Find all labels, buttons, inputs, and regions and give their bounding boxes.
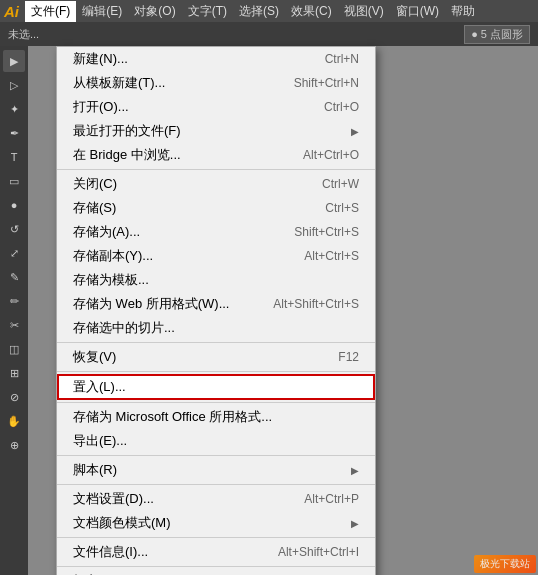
menu-item[interactable]: 恢复(V)F12 xyxy=(57,345,375,369)
menu-item[interactable]: 从模板新建(T)...Shift+Ctrl+N xyxy=(57,71,375,95)
menu-item-label: 恢复(V) xyxy=(73,348,318,366)
menu-item-label: 存储(S) xyxy=(73,199,305,217)
toolbar-bar: 未选... ● 5 点圆形 xyxy=(0,22,538,46)
menu-file[interactable]: 文件(F) xyxy=(25,1,76,22)
menu-item[interactable]: 文档颜色模式(M)▶ xyxy=(57,511,375,535)
menu-separator xyxy=(57,537,375,538)
menu-item-shortcut: Alt+Shift+Ctrl+I xyxy=(278,545,359,559)
tool-pencil[interactable]: ✏ xyxy=(3,290,25,312)
file-dropdown-menu: 新建(N)...Ctrl+N从模板新建(T)...Shift+Ctrl+N打开(… xyxy=(56,46,376,575)
menu-item-shortcut: Shift+Ctrl+S xyxy=(294,225,359,239)
menu-item-label: 打开(O)... xyxy=(73,98,304,116)
menu-object[interactable]: 对象(O) xyxy=(128,1,181,22)
menu-separator xyxy=(57,169,375,170)
menu-item-label: 新建(N)... xyxy=(73,50,305,68)
menu-item-label: 导出(E)... xyxy=(73,432,359,450)
tool-scissors[interactable]: ✂ xyxy=(3,314,25,336)
menu-item[interactable]: 在 Bridge 中浏览...Alt+Ctrl+O xyxy=(57,143,375,167)
menu-bar: Ai 文件(F) 编辑(E) 对象(O) 文字(T) 选择(S) 效果(C) 视… xyxy=(0,0,538,22)
menu-item[interactable]: 存储为 Microsoft Office 所用格式... xyxy=(57,405,375,429)
menu-item[interactable]: 存储(S)Ctrl+S xyxy=(57,196,375,220)
tool-pen[interactable]: ✒ xyxy=(3,122,25,144)
menu-item-shortcut: Ctrl+W xyxy=(322,177,359,191)
menu-item-label: 关闭(C) xyxy=(73,175,302,193)
menu-item-shortcut: Shift+Ctrl+N xyxy=(294,76,359,90)
canvas-area: 新建(N)...Ctrl+N从模板新建(T)...Shift+Ctrl+N打开(… xyxy=(28,46,538,575)
menu-item-shortcut: Alt+Ctrl+S xyxy=(304,249,359,263)
menu-separator xyxy=(57,455,375,456)
menu-item[interactable]: 关闭(C)Ctrl+W xyxy=(57,172,375,196)
menu-select[interactable]: 选择(S) xyxy=(233,1,285,22)
menu-item-label: 文档颜色模式(M) xyxy=(73,514,347,532)
menu-item-shortcut: Ctrl+S xyxy=(325,201,359,215)
menu-separator xyxy=(57,371,375,372)
submenu-arrow-icon: ▶ xyxy=(351,465,359,476)
menu-item[interactable]: 存储为 Web 所用格式(W)...Alt+Shift+Ctrl+S xyxy=(57,292,375,316)
menu-item-shortcut: Alt+Shift+Ctrl+S xyxy=(273,297,359,311)
menu-item-label: 存储为 Microsoft Office 所用格式... xyxy=(73,408,359,426)
watermark: 极光下载站 xyxy=(474,555,536,573)
submenu-arrow-icon: ▶ xyxy=(351,518,359,529)
menu-item[interactable]: 新建(N)...Ctrl+N xyxy=(57,47,375,71)
menu-item[interactable]: 最近打开的文件(F)▶ xyxy=(57,119,375,143)
tool-mesh[interactable]: ⊞ xyxy=(3,362,25,384)
menu-separator xyxy=(57,342,375,343)
menu-item-label: 文件信息(I)... xyxy=(73,543,258,561)
tool-scale[interactable]: ⤢ xyxy=(3,242,25,264)
tool-paintbrush[interactable]: ✎ xyxy=(3,266,25,288)
menu-item-shortcut: F12 xyxy=(338,350,359,364)
menu-item-shortcut: Alt+Ctrl+P xyxy=(304,492,359,506)
menu-edit[interactable]: 编辑(E) xyxy=(76,1,128,22)
tool-rotate[interactable]: ↺ xyxy=(3,218,25,240)
brush-preset[interactable]: ● 5 点圆形 xyxy=(464,25,530,44)
tool-eyedropper[interactable]: ⊘ xyxy=(3,386,25,408)
menu-item[interactable]: 导出(E)... xyxy=(57,429,375,453)
tool-zoom[interactable]: ⊕ xyxy=(3,434,25,456)
submenu-arrow-icon: ▶ xyxy=(351,126,359,137)
menu-window[interactable]: 窗口(W) xyxy=(390,1,445,22)
tool-hand[interactable]: ✋ xyxy=(3,410,25,432)
tool-magic-wand[interactable]: ✦ xyxy=(3,98,25,120)
menu-item-label: 存储为(A)... xyxy=(73,223,274,241)
tool-ellipse[interactable]: ● xyxy=(3,194,25,216)
menu-item-shortcut: Ctrl+O xyxy=(324,100,359,114)
tool-type[interactable]: T xyxy=(3,146,25,168)
menu-item-label: 文档设置(D)... xyxy=(73,490,284,508)
menu-view[interactable]: 视图(V) xyxy=(338,1,390,22)
menu-item[interactable]: 存储为模板... xyxy=(57,268,375,292)
app-logo: Ai xyxy=(4,3,19,20)
menu-effect[interactable]: 效果(C) xyxy=(285,1,338,22)
menu-item-label: 存储为 Web 所用格式(W)... xyxy=(73,295,253,313)
menu-separator xyxy=(57,566,375,567)
main-area: ▶ ▷ ✦ ✒ T ▭ ● ↺ ⤢ ✎ ✏ ✂ ◫ ⊞ ⊘ ✋ ⊕ 新建(N).… xyxy=(0,46,538,575)
menu-item[interactable]: 存储选中的切片... xyxy=(57,316,375,340)
menu-item[interactable]: 文档设置(D)...Alt+Ctrl+P xyxy=(57,487,375,511)
menu-item[interactable]: 文件信息(I)...Alt+Shift+Ctrl+I xyxy=(57,540,375,564)
menu-item[interactable]: 存储为(A)...Shift+Ctrl+S xyxy=(57,220,375,244)
menu-separator xyxy=(57,484,375,485)
selection-info: 未选... xyxy=(8,27,39,42)
menu-item[interactable]: 存储副本(Y)...Alt+Ctrl+S xyxy=(57,244,375,268)
menu-item-label: 存储选中的切片... xyxy=(73,319,359,337)
menu-item-label: 存储为模板... xyxy=(73,271,359,289)
tool-rectangle[interactable]: ▭ xyxy=(3,170,25,192)
menu-item-shortcut: Ctrl+N xyxy=(325,52,359,66)
menu-separator xyxy=(57,402,375,403)
menu-item-label: 存储副本(Y)... xyxy=(73,247,284,265)
menu-item-label: 置入(L)... xyxy=(73,378,359,396)
menu-item-label: 在 Bridge 中浏览... xyxy=(73,146,283,164)
menu-text[interactable]: 文字(T) xyxy=(182,1,233,22)
menu-item[interactable]: 打印(P)...Ctrl+P xyxy=(57,569,375,575)
menu-item[interactable]: 置入(L)... xyxy=(57,374,375,400)
menu-help[interactable]: 帮助 xyxy=(445,1,481,22)
menu-item-label: 从模板新建(T)... xyxy=(73,74,274,92)
menu-item-label: 最近打开的文件(F) xyxy=(73,122,347,140)
menu-item-label: 脚本(R) xyxy=(73,461,347,479)
menu-item-shortcut: Alt+Ctrl+O xyxy=(303,148,359,162)
tool-direct-select[interactable]: ▷ xyxy=(3,74,25,96)
left-toolbar: ▶ ▷ ✦ ✒ T ▭ ● ↺ ⤢ ✎ ✏ ✂ ◫ ⊞ ⊘ ✋ ⊕ xyxy=(0,46,28,575)
menu-item[interactable]: 脚本(R)▶ xyxy=(57,458,375,482)
tool-gradient[interactable]: ◫ xyxy=(3,338,25,360)
tool-select[interactable]: ▶ xyxy=(3,50,25,72)
menu-item[interactable]: 打开(O)...Ctrl+O xyxy=(57,95,375,119)
